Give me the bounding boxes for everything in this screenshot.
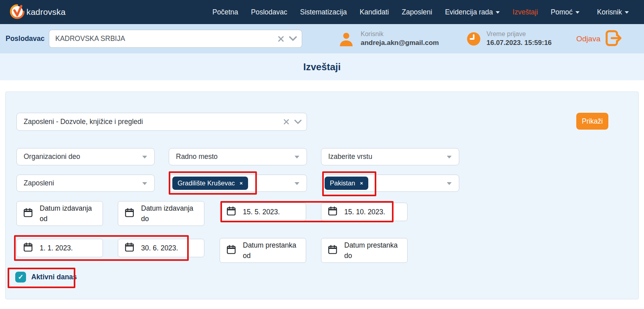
active-today-checkbox[interactable]: ✓ bbox=[15, 272, 26, 283]
nav-item-pocetna[interactable]: Početna bbox=[212, 8, 238, 16]
top-navbar: kadrovska Početna Poslodavac Sistematiza… bbox=[0, 0, 644, 24]
active-today-row: ✓ Aktivni danas bbox=[15, 272, 77, 283]
employer-select[interactable]: KADROVSKA SRBIJA bbox=[49, 30, 302, 48]
end-date-from-field[interactable]: Datum prestanka od bbox=[220, 238, 306, 263]
calendar-icon bbox=[327, 244, 338, 256]
calendar-icon bbox=[23, 242, 33, 254]
calendar-icon bbox=[124, 207, 135, 220]
user-caption: Korisnik bbox=[361, 30, 439, 39]
chevron-down-icon bbox=[625, 11, 629, 14]
caret-down-icon bbox=[142, 182, 147, 185]
caret-down-icon bbox=[295, 182, 299, 185]
main-nav: Početna Poslodavac Sistematizacija Kandi… bbox=[212, 8, 629, 16]
app-screen: kadrovska Početna Poslodavac Sistematiza… bbox=[0, 0, 644, 309]
nav-item-sistematizacija[interactable]: Sistematizacija bbox=[300, 8, 347, 16]
brand-name: kadrovska bbox=[26, 7, 66, 17]
clock-icon bbox=[466, 32, 481, 48]
report-type-select[interactable]: Zaposleni - Dozvole, knjižice i pregledi bbox=[16, 113, 307, 131]
brand-logo[interactable]: kadrovska bbox=[10, 3, 66, 21]
caret-down-icon bbox=[447, 156, 452, 159]
user-icon bbox=[339, 31, 354, 49]
chevron-down-icon bbox=[575, 11, 579, 14]
kadrovska-logo-icon bbox=[10, 3, 26, 21]
nav-item-evidencija-rada[interactable]: Evidencija rada bbox=[445, 8, 500, 16]
valid-date-from-field[interactable]: 15. 5. 2023. bbox=[220, 203, 306, 221]
nav-item-izvestaji[interactable]: Izveštaji bbox=[513, 8, 538, 16]
nav-item-poslodavac[interactable]: Poslodavac bbox=[251, 8, 287, 16]
start-date-from-field[interactable]: 1. 1. 2023. bbox=[16, 239, 103, 257]
logout-label: Odjava bbox=[576, 35, 600, 43]
clear-icon[interactable] bbox=[278, 36, 284, 42]
chevron-down-icon[interactable] bbox=[289, 36, 297, 41]
nav-item-korisnik[interactable]: Korisnik bbox=[597, 8, 629, 16]
valid-date-to-field[interactable]: 15. 10. 2023. bbox=[321, 203, 408, 221]
report-type-value: Zaposleni - Dozvole, knjižice i pregledi bbox=[17, 118, 143, 126]
end-date-to-field[interactable]: Datum prestanka do bbox=[321, 238, 408, 263]
site-multiselect[interactable]: Gradilište Kruševac × bbox=[169, 175, 307, 192]
nav-item-pomoc[interactable]: Pomoć bbox=[551, 8, 579, 16]
issue-date-to-field[interactable]: Datum izdavanja do bbox=[118, 201, 204, 226]
login-time-caption: Vreme prijave bbox=[487, 30, 552, 39]
type-select[interactable]: Izaberite vrstu bbox=[321, 148, 459, 165]
org-unit-select[interactable]: Organizacioni deo bbox=[16, 148, 155, 165]
nav-item-zaposleni[interactable]: Zaposleni bbox=[402, 8, 432, 16]
nav-item-kandidati[interactable]: Kandidati bbox=[360, 8, 389, 16]
login-time-value: 16.07.2023. 15:59:16 bbox=[487, 39, 552, 48]
employer-label: Poslodavac bbox=[6, 24, 44, 53]
clear-icon[interactable] bbox=[283, 119, 289, 125]
title-band: Izveštaji bbox=[0, 53, 644, 80]
chevron-down-icon bbox=[496, 11, 500, 14]
country-multiselect[interactable]: Pakistan × bbox=[321, 175, 459, 192]
filters-panel: Zaposleni - Dozvole, knjižice i pregledi… bbox=[5, 91, 639, 299]
job-position-select[interactable]: Radno mesto bbox=[169, 148, 307, 165]
caret-down-icon bbox=[447, 182, 452, 185]
issue-date-from-field[interactable]: Datum izdavanja od bbox=[16, 201, 103, 226]
user-email: andreja.akn@gmail.com bbox=[361, 39, 439, 48]
calendar-icon bbox=[226, 244, 236, 256]
employer-select-value: KADROVSKA SRBIJA bbox=[49, 35, 125, 43]
employer-bar: Poslodavac KADROVSKA SRBIJA Korisnik and… bbox=[0, 24, 644, 53]
active-today-label[interactable]: Aktivni danas bbox=[31, 273, 77, 281]
remove-tag-icon[interactable]: × bbox=[240, 181, 243, 186]
country-tag: Pakistan × bbox=[325, 177, 368, 190]
site-tag: Gradilište Kruševac × bbox=[172, 177, 248, 190]
remove-tag-icon[interactable]: × bbox=[360, 181, 363, 186]
start-date-to-field[interactable]: 30. 6. 2023. bbox=[118, 239, 204, 257]
calendar-icon bbox=[124, 242, 135, 254]
caret-down-icon bbox=[142, 156, 147, 159]
calendar-icon bbox=[23, 207, 33, 220]
logout-icon bbox=[604, 29, 623, 49]
calendar-icon bbox=[226, 206, 236, 218]
show-report-button[interactable]: Prikaži bbox=[576, 113, 608, 130]
employees-select[interactable]: Zaposleni bbox=[16, 175, 155, 192]
login-time-info: Vreme prijave 16.07.2023. 15:59:16 bbox=[487, 28, 552, 49]
page-title: Izveštaji bbox=[303, 61, 341, 73]
user-info: Korisnik andreja.akn@gmail.com bbox=[361, 28, 439, 49]
logout-button[interactable]: Odjava bbox=[576, 24, 623, 53]
caret-down-icon bbox=[295, 156, 299, 159]
chevron-down-icon[interactable] bbox=[294, 120, 302, 124]
calendar-icon bbox=[327, 206, 338, 218]
